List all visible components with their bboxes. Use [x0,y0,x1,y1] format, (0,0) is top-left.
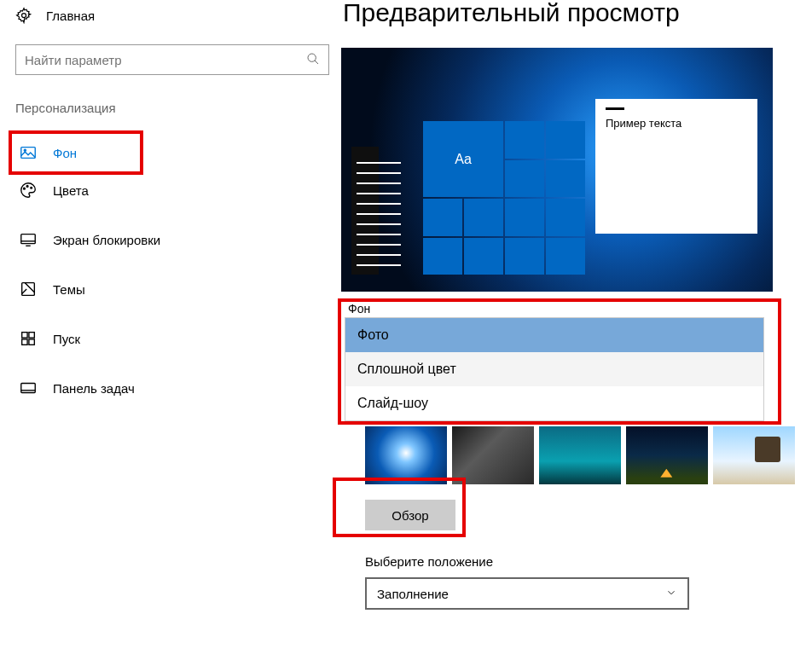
section-title: Персонализация [15,101,326,115]
sample-text: Пример текста [606,117,682,130]
wallpaper-thumb[interactable] [452,426,534,484]
svg-rect-13 [29,333,34,338]
chevron-down-icon [665,587,677,601]
sidebar-item-colors[interactable]: Цвета [15,171,326,209]
sidebar-item-themes[interactable]: Темы [15,270,326,308]
position-value: Заполнение [377,587,449,601]
wallpaper-thumb[interactable] [365,426,447,484]
sidebar-item-label: Цвета [53,183,89,198]
recent-images [365,426,795,484]
position-label: Выберите положение [365,554,795,569]
settings-sidebar: Главная Персонализация Фон [0,0,341,610]
wallpaper-thumb[interactable] [626,426,708,484]
gear-icon [15,7,32,24]
svg-rect-14 [22,339,27,344]
tile-sample: Aa [423,121,503,197]
background-label: Фон [341,302,773,316]
palette-icon [19,181,38,200]
picture-icon [19,143,38,162]
svg-point-1 [308,54,316,61]
background-dropdown-open[interactable]: Фото Сплошной цвет Слайд-шоу [345,317,764,421]
svg-rect-15 [29,339,34,344]
wallpaper-thumb[interactable] [713,426,795,484]
dropdown-option-solid[interactable]: Сплошной цвет [345,352,763,386]
svg-line-2 [315,61,318,64]
start-icon [19,329,38,348]
search-input[interactable] [25,53,306,67]
sidebar-item-lockscreen[interactable]: Экран блокировки [15,221,326,258]
svg-rect-16 [21,384,36,393]
sidebar-item-label: Пуск [53,332,80,346]
svg-point-7 [31,187,32,188]
sidebar-item-taskbar[interactable]: Панель задач [15,369,326,407]
browse-button[interactable]: Обзор [365,500,455,530]
search-icon [306,52,320,68]
svg-rect-12 [22,333,27,338]
desktop-preview: Aa Пример текста [341,48,773,292]
home-row[interactable]: Главная [15,0,326,29]
search-box[interactable] [15,44,329,75]
lockscreen-icon [19,230,38,249]
taskbar-icon [19,379,38,397]
svg-point-0 [22,14,26,18]
wallpaper-thumb[interactable] [539,426,621,484]
preview-title: Предварительный просмотр [343,0,795,27]
svg-point-5 [24,188,26,189]
dropdown-option-photo[interactable]: Фото [345,318,763,352]
sidebar-item-start[interactable]: Пуск [15,320,326,357]
home-label: Главная [46,9,95,23]
sidebar-item-label: Фон [53,146,77,160]
sample-text-card: Пример текста [595,99,757,234]
svg-rect-3 [21,148,36,159]
sidebar-item-background[interactable]: Фон [15,134,143,171]
sidebar-item-label: Темы [53,282,85,297]
themes-icon [19,280,38,298]
position-select[interactable]: Заполнение [365,577,689,610]
dropdown-option-slideshow[interactable]: Слайд-шоу [345,386,763,420]
svg-rect-11 [22,283,35,296]
svg-rect-8 [21,234,36,244]
sidebar-item-label: Экран блокировки [53,233,160,247]
sidebar-nav: Фон Цвета Экран блокировки [15,134,326,407]
background-dropdown-section: Фон Фото Сплошной цвет Слайд-шоу [341,302,773,421]
sidebar-item-label: Панель задач [53,381,135,396]
main-content: Предварительный просмотр Aa Пример текст… [341,0,812,610]
svg-point-4 [24,149,26,151]
svg-point-6 [26,186,28,188]
